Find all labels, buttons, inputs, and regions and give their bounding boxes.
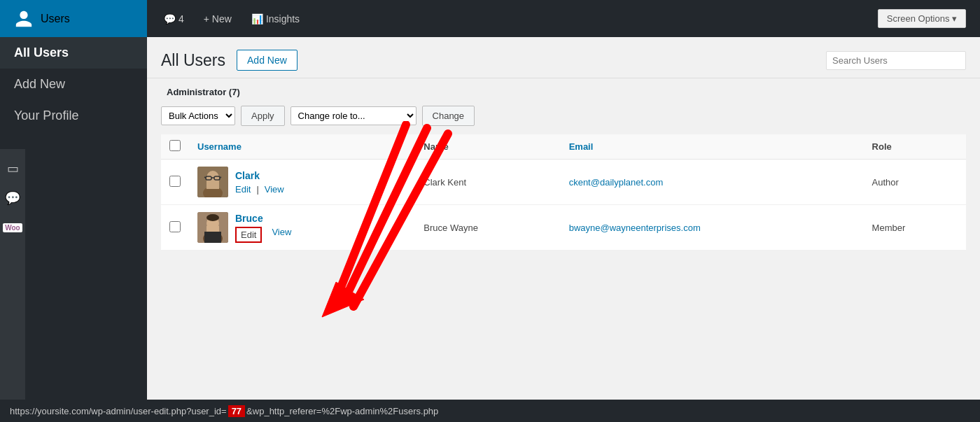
pages-icon[interactable]: ▭ [0, 156, 25, 181]
table-row: Clark Edit | View Clark Kent [161, 160, 966, 205]
header-name: Name [415, 134, 560, 160]
bruce-email-link[interactable]: bwayne@wayneenterprises.com [569, 223, 701, 233]
admin-bar-insights[interactable]: 📊 Insights [241, 0, 309, 37]
clark-edit-link[interactable]: Edit [235, 184, 251, 195]
users-label: Users [41, 13, 70, 25]
admin-bar-users-section[interactable]: Users [0, 0, 147, 37]
clark-username-link[interactable]: Clark [235, 170, 260, 181]
table-header-row: Username Name Email Role [161, 134, 966, 160]
insights-label: Insights [266, 13, 300, 24]
sidebar-item-add-new-label: Add New [14, 77, 65, 92]
header-username: Username [189, 134, 415, 160]
status-user-id: 77 [228, 405, 245, 417]
bruce-checkbox-cell [161, 205, 189, 251]
users-table: Username Name Email Role [161, 134, 966, 251]
email-sort-link[interactable]: Email [569, 141, 594, 152]
comments-sidebar-icon[interactable]: 💬 [0, 185, 25, 211]
admin-bar-right: Screen Options ▾ [878, 9, 980, 28]
name-header-label: Name [424, 141, 448, 152]
svg-rect-13 [204, 232, 221, 243]
role-header-label: Role [872, 141, 892, 152]
table-row: Bruce Edit View Bruce Wayne bwayne@way [161, 205, 966, 251]
header-email: Email [561, 134, 864, 160]
page-title-area: All Users Add New [161, 50, 298, 71]
comments-count: 4 [178, 13, 184, 24]
status-bar: https://yoursite.com/wp-admin/user-edit.… [0, 400, 980, 422]
sidebar-icon-column: ▭ 💬 Woo [0, 149, 25, 422]
bruce-row-actions: Edit View [235, 227, 291, 243]
admin-bar-items: 💬 4 + New 📊 Insights [147, 0, 878, 37]
change-button[interactable]: Change [422, 106, 475, 126]
clark-email-cell: ckent@dailyplanet.com [561, 160, 864, 205]
new-label: + New [204, 13, 232, 24]
svg-line-7 [204, 177, 206, 178]
clark-avatar [197, 167, 228, 197]
select-all-checkbox[interactable] [169, 140, 181, 151]
clark-checkbox[interactable] [169, 176, 181, 187]
clark-action-separator: | [256, 184, 258, 195]
clark-name-cell: Clark Kent [415, 160, 560, 205]
apply-button[interactable]: Apply [241, 106, 285, 126]
woo-label: Woo [3, 223, 22, 232]
bruce-avatar [197, 212, 228, 243]
clark-checkbox-cell [161, 160, 189, 205]
sidebar-item-add-new[interactable]: Add New [0, 69, 147, 100]
admin-bar-new[interactable]: + New [194, 0, 241, 37]
sidebar-item-all-users[interactable]: All Users [0, 37, 147, 69]
layout: All Users Add New Your Profile ▭ 💬 Woo A… [0, 37, 980, 422]
clark-view-link[interactable]: View [265, 184, 284, 195]
bulk-actions-bar: Bulk Actions Apply Change role to... Cha… [147, 100, 980, 132]
sidebar: All Users Add New Your Profile ▭ 💬 Woo [0, 37, 147, 422]
insights-icon: 📊 [251, 13, 263, 24]
sidebar-item-your-profile[interactable]: Your Profile [0, 100, 147, 132]
status-url-prefix: https://yoursite.com/wp-admin/user-edit.… [10, 406, 227, 416]
status-url-suffix: &wp_http_referer=%2Fwp-admin%2Fusers.php [246, 406, 438, 416]
search-area [826, 51, 966, 70]
bruce-name-cell: Bruce Wayne [415, 205, 560, 251]
sidebar-item-all-users-label: All Users [14, 45, 69, 60]
header-role: Role [864, 134, 966, 160]
svg-marker-16 [322, 282, 364, 317]
filter-tab-administrator[interactable]: Administrator (7) [161, 84, 246, 100]
username-sort-link[interactable]: Username [197, 141, 241, 152]
bruce-view-link[interactable]: View [272, 227, 291, 243]
woo-icon[interactable]: Woo [0, 215, 25, 240]
clark-role-cell: Author [864, 160, 966, 205]
comments-icon: 💬 [164, 13, 176, 24]
clark-username-cell: Clark Edit | View [189, 160, 415, 205]
add-new-button[interactable]: Add New [237, 50, 298, 71]
filter-tabs: Administrator (7) [147, 78, 980, 100]
bruce-username-link[interactable]: Bruce [235, 213, 263, 224]
users-icon [14, 9, 34, 29]
table-container: Username Name Email Role [147, 134, 980, 251]
sidebar-item-your-profile-label: Your Profile [14, 108, 78, 123]
page-title: All Users [161, 51, 225, 70]
bruce-edit-link[interactable]: Edit [235, 227, 262, 243]
clark-row-actions: Edit | View [235, 184, 284, 195]
search-users-input[interactable] [826, 51, 966, 70]
bruce-checkbox[interactable] [169, 221, 181, 232]
svg-line-8 [220, 177, 221, 178]
bruce-email-cell: bwayne@wayneenterprises.com [561, 205, 864, 251]
clark-email-link[interactable]: ckent@dailyplanet.com [569, 177, 664, 188]
screen-options-button[interactable]: Screen Options ▾ [878, 9, 966, 28]
change-role-select[interactable]: Change role to... [290, 106, 416, 125]
admin-bar-comments[interactable]: 💬 4 [154, 0, 194, 37]
header-checkbox-cell [161, 134, 189, 160]
page-header: All Users Add New [147, 37, 980, 78]
bulk-actions-select[interactable]: Bulk Actions [161, 106, 235, 125]
main-content: All Users Add New Administrator (7) Bulk… [147, 37, 980, 422]
svg-point-14 [206, 214, 219, 221]
svg-rect-3 [206, 181, 219, 189]
bruce-role-cell: Member [864, 205, 966, 251]
bruce-username-cell: Bruce Edit View [189, 205, 415, 251]
admin-bar: Users 💬 4 + New 📊 Insights Screen Option… [0, 0, 980, 37]
